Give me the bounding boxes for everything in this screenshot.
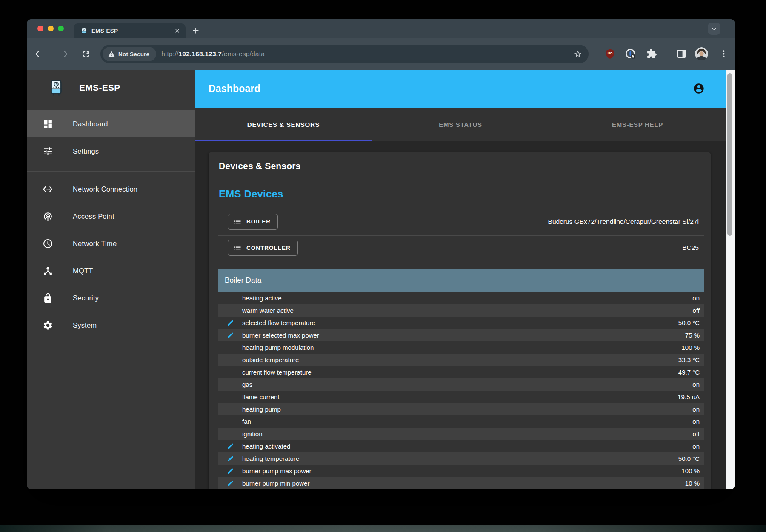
traffic-light-close[interactable] <box>37 26 43 31</box>
edit-pencil-icon[interactable] <box>227 319 234 326</box>
table-row: heating pump on <box>218 403 704 415</box>
svg-text:UO: UO <box>608 51 613 55</box>
row-label: warm water active <box>242 307 693 314</box>
sidebar-item-label: Network Connection <box>73 185 137 193</box>
tab-devices-sensors[interactable]: DEVICES & SENSORS <box>195 108 372 141</box>
row-label: selected flow temperature <box>242 319 678 326</box>
table-row: burner pump max power 100 % <box>218 465 704 477</box>
app-bar: Dashboard <box>195 70 726 108</box>
edit-pencil-icon[interactable] <box>227 467 234 475</box>
boiler-data-header: Boiler Data <box>218 269 704 292</box>
row-value: 49.7 °C <box>678 369 704 376</box>
boiler-data-table: heating active on warm water active off … <box>218 292 704 489</box>
sidebar-item-label: Network Time <box>73 240 117 248</box>
chevron-down-icon <box>710 25 718 33</box>
web-page: EMS-ESP Dashboard Settings Network Conne… <box>27 70 735 489</box>
row-value: 33.3 °C <box>678 356 704 363</box>
reload-icon[interactable] <box>81 49 91 59</box>
brand-name: EMS-ESP <box>79 83 120 93</box>
row-label: burner selected max power <box>242 332 685 339</box>
row-value: on <box>692 381 704 388</box>
traffic-light-minimize[interactable] <box>48 26 54 31</box>
dashboard-icon <box>43 119 53 129</box>
sidebar-item-mqtt[interactable]: MQTT <box>27 257 195 284</box>
table-row: outside temperature 33.3 °C <box>218 354 704 366</box>
ublock-extension-icon[interactable]: UO <box>605 49 615 59</box>
devices-sensors-card: Devices & Sensors EMS Devices BOILER Bud… <box>209 152 711 489</box>
sidebar-divider <box>27 106 195 106</box>
sidebar-item-access-point[interactable]: Access Point <box>27 203 195 230</box>
device-model: Buderus GBx72/Trendline/Cerapur/Greensta… <box>278 218 704 226</box>
url-bar[interactable]: Not Secure http://192.168.123.7/ems-esp/… <box>100 45 589 63</box>
edit-pencil-icon[interactable] <box>227 332 234 339</box>
sidebar-divider <box>27 171 195 172</box>
not-secure-chip[interactable]: Not Secure <box>103 47 156 61</box>
desktop-background: EMS-ESP <box>0 0 766 532</box>
url-host: 192.168.123.7 <box>178 50 222 57</box>
row-value: 50.0 °C <box>678 319 704 326</box>
sidebar-item-settings[interactable]: Settings <box>27 137 195 165</box>
window-chevron-button[interactable] <box>708 23 720 35</box>
table-row: flame current 19.5 uA <box>218 391 704 403</box>
app-sidebar: EMS-ESP Dashboard Settings Network Conne… <box>27 70 195 489</box>
sidebar-item-network-connection[interactable]: Network Connection <box>27 175 195 203</box>
content-area: Devices & Sensors EMS Devices BOILER Bud… <box>195 141 726 489</box>
brand-header: EMS-ESP <box>27 74 195 102</box>
row-label: burner pump max power <box>242 467 681 475</box>
table-row: current flow temperature 49.7 °C <box>218 366 704 378</box>
table-row: heating pump modulation 100 % <box>218 341 704 354</box>
page-scrollbar[interactable] <box>726 70 735 489</box>
edit-pencil-icon[interactable] <box>227 455 234 462</box>
sidebar-item-security[interactable]: Security <box>27 284 195 312</box>
scrollbar-thumb[interactable] <box>727 73 732 236</box>
row-value: on <box>692 406 704 413</box>
sidebar-item-label: Settings <box>73 147 99 155</box>
bookmark-star-icon[interactable] <box>574 50 582 58</box>
tab-close-icon[interactable] <box>174 28 180 34</box>
sidebar-item-label: MQTT <box>73 267 93 275</box>
url-text: http://192.168.123.7/ems-esp/data <box>161 50 574 58</box>
edit-pencil-icon[interactable] <box>227 443 234 450</box>
sidebar-item-network-time[interactable]: Network Time <box>27 230 195 257</box>
extensions-puzzle-icon[interactable] <box>646 49 657 59</box>
onepassword-extension-icon[interactable] <box>625 49 636 59</box>
row-label: ignition <box>242 430 693 438</box>
row-value: off <box>693 307 704 314</box>
account-circle-icon[interactable] <box>693 83 705 94</box>
side-panel-icon[interactable] <box>676 49 687 59</box>
row-label: heating pump modulation <box>242 344 681 351</box>
browser-menu-kebab-icon[interactable] <box>718 49 729 59</box>
row-label: fan <box>242 418 692 425</box>
sidebar-item-dashboard[interactable]: Dashboard <box>27 110 195 137</box>
clock-icon <box>43 238 53 249</box>
tab-ems-esp-help[interactable]: EMS-ESP HELP <box>549 108 726 141</box>
url-scheme: http:// <box>161 50 178 57</box>
lock-icon <box>43 293 53 303</box>
browser-tab[interactable]: EMS-ESP <box>74 23 186 38</box>
table-row: gas on <box>218 378 704 391</box>
edit-pencil-icon[interactable] <box>227 480 234 487</box>
controller-device-button[interactable]: CONTROLLER <box>228 240 298 256</box>
forward-icon[interactable] <box>59 49 69 59</box>
row-label: heating activated <box>242 443 692 450</box>
tab-ems-status[interactable]: EMS STATUS <box>372 108 549 141</box>
device-hub-icon <box>43 266 53 276</box>
card-heading: Devices & Sensors <box>219 161 301 171</box>
list-icon <box>233 243 242 252</box>
row-value: on <box>692 295 704 302</box>
new-tab-button[interactable] <box>191 26 200 35</box>
traffic-light-maximize[interactable] <box>58 26 64 31</box>
back-icon[interactable] <box>34 49 44 59</box>
row-value: off <box>693 430 704 438</box>
profile-avatar[interactable] <box>695 47 708 60</box>
row-label: gas <box>242 381 692 388</box>
row-label: outside temperature <box>242 356 678 363</box>
wifi-tethering-icon <box>43 211 53 222</box>
warning-icon <box>108 51 115 57</box>
table-row: burner selected max power 75 % <box>218 329 704 341</box>
sidebar-item-system[interactable]: System <box>27 312 195 339</box>
boiler-device-button[interactable]: BOILER <box>228 214 278 230</box>
ems-esp-logo <box>47 79 65 97</box>
row-label: heating active <box>242 295 692 302</box>
device-model: BC25 <box>298 244 704 252</box>
